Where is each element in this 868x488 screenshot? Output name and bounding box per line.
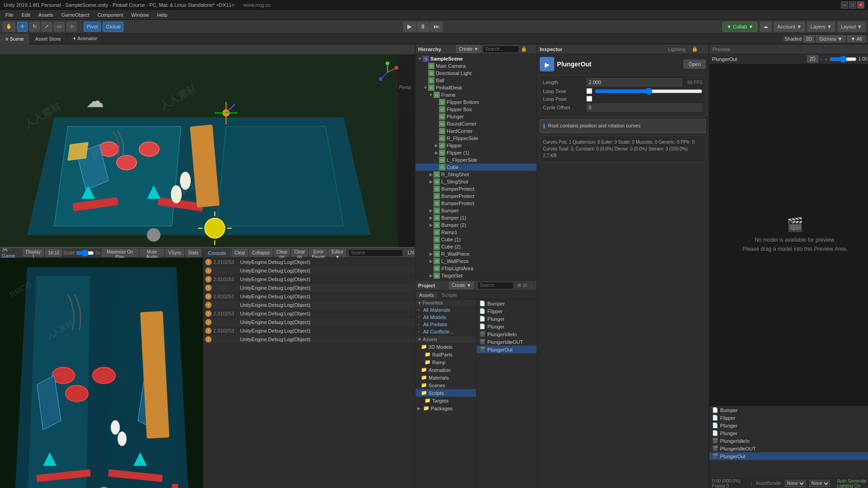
- project-icon-3[interactable]: ⋮: [529, 282, 534, 288]
- menu-edit[interactable]: Edit: [18, 11, 34, 19]
- project-tree-item[interactable]: 📁Animation: [415, 366, 476, 374]
- project-file-item[interactable]: 📄 Plunger: [476, 315, 537, 323]
- console-log-entry[interactable]: ! 2.010253 UnityEngine.Debug:Log(Object): [203, 292, 415, 301]
- console-log-entry[interactable]: ! UnityEngine.Debug:Log(Object): [203, 318, 415, 327]
- preview-file-item[interactable]: 📄 Bumper: [709, 406, 868, 414]
- console-tab-label[interactable]: Console: [205, 250, 229, 256]
- inspector-length-value[interactable]: 2.000: [586, 78, 682, 86]
- console-log-entry[interactable]: ! UnityEngine.Debug:Log(Object): [203, 335, 415, 344]
- account-button[interactable]: Account ▼: [774, 22, 805, 32]
- project-file-item[interactable]: 🎬 PlungerIdleOUT: [476, 338, 537, 346]
- hierarchy-item[interactable]: ▼ S SampleScene: [415, 55, 537, 62]
- hierarchy-item[interactable]: ▶ G R_SlingShot: [415, 171, 537, 178]
- tab-animator[interactable]: ✦ Animator: [67, 33, 103, 44]
- hierarchy-item[interactable]: ▶ G Flipper (1): [415, 149, 537, 156]
- project-tree-item[interactable]: 📁Ramp: [415, 358, 476, 366]
- project-icon-1[interactable]: ⊞: [517, 282, 521, 288]
- console-log[interactable]: ! 2.010253 UnityEngine.Debug:Log(Object)…: [203, 258, 415, 488]
- preview-zoom-icon-plus[interactable]: +: [825, 56, 827, 62]
- project-tree-item[interactable]: 📁3D Models: [415, 343, 476, 351]
- inspector-lock-icon[interactable]: 🔒: [692, 46, 698, 52]
- collapse-button[interactable]: Collapse: [250, 249, 273, 257]
- pause-button[interactable]: ⏸: [417, 22, 429, 32]
- hierarchy-item[interactable]: G Ramp1: [415, 229, 537, 236]
- project-tree-favorite[interactable]: ⋆All Models: [415, 314, 476, 321]
- mute-audio-button[interactable]: Mute Audio: [140, 249, 165, 257]
- game-view[interactable]: 🎮 Game Display 1 16:10 Scale 1x Maximize…: [0, 248, 203, 488]
- hierarchy-item[interactable]: G Plunger: [415, 113, 537, 120]
- project-tree-item[interactable]: 📁Targets: [415, 397, 476, 404]
- project-files[interactable]: 📄 Bumper 📄 Flipper 📄 Plunger 📄 Plunger 🎬…: [476, 300, 537, 488]
- project-file-item[interactable]: 📄 Flipper: [476, 307, 537, 315]
- project-tree-favorite[interactable]: ⋆All Conflicte...: [415, 328, 476, 335]
- clear-on-play-button[interactable]: Clear on Play: [274, 249, 290, 257]
- scene-view[interactable]: ☁ Persp: [0, 44, 415, 248]
- console-log-entry[interactable]: ! 2.010253 UnityEngine.Debug:Log(Object): [203, 275, 415, 284]
- preview-asset-label-select[interactable]: None: [809, 480, 830, 487]
- project-tree-item[interactable]: 📁RailParts: [415, 351, 476, 358]
- inspector-loop-pose-checkbox[interactable]: [586, 96, 592, 102]
- hierarchy-search-input[interactable]: [483, 46, 519, 53]
- close-button[interactable]: ✕: [857, 1, 864, 9]
- scale-tool-button[interactable]: ⤢: [42, 22, 52, 32]
- preview-file-item[interactable]: 📄 Flipper: [709, 414, 868, 422]
- all-button[interactable]: ▼ All: [847, 35, 865, 42]
- hierarchy-item[interactable]: ▶ G L_SlingShot: [415, 178, 537, 185]
- gizmos-button[interactable]: Gizmos ▼: [816, 35, 845, 42]
- hierarchy-item[interactable]: G Ball: [415, 77, 537, 84]
- project-assets-tab[interactable]: Assets: [415, 291, 438, 299]
- preview-2d-button[interactable]: 2D: [807, 55, 818, 63]
- tab-asset-store[interactable]: Asset Store: [30, 33, 67, 44]
- hierarchy-item[interactable]: G #TopLightArea: [415, 265, 537, 272]
- preview-zoom-slider[interactable]: [830, 56, 857, 62]
- hierarchy-item[interactable]: ▶ G Bumper (1): [415, 214, 537, 221]
- step-button[interactable]: ⏭: [430, 22, 443, 32]
- hierarchy-item[interactable]: ▼ G Frame: [415, 91, 537, 99]
- console-log-entry[interactable]: ! UnityEngine.Debug:Log(Object): [203, 301, 415, 310]
- maximize-button[interactable]: □: [849, 1, 856, 9]
- hierarchy-item[interactable]: G Flipper Bottom: [415, 99, 537, 106]
- rect-tool-button[interactable]: ▭: [54, 22, 65, 32]
- preview-file-item[interactable]: 📄 Plunger: [709, 422, 868, 429]
- hierarchy-item[interactable]: ▶ G L_WallPiece: [415, 258, 537, 265]
- inspector-loop-time-checkbox[interactable]: [586, 88, 592, 94]
- preview-file-item[interactable]: 🎬 PlungerIdleIn: [709, 437, 868, 445]
- hierarchy-item[interactable]: ▶ G R_WallPiece: [415, 250, 537, 258]
- hand-tool-button[interactable]: ✋: [3, 22, 15, 32]
- hierarchy-item[interactable]: G RoundCorner: [415, 120, 537, 127]
- global-button[interactable]: Global: [103, 22, 123, 32]
- layout-button[interactable]: Layout ▼: [838, 22, 865, 32]
- hierarchy-item[interactable]: G R_FlipperSide: [415, 135, 537, 142]
- menu-window[interactable]: Window: [127, 11, 152, 19]
- dimension-btn[interactable]: 2D: [803, 35, 814, 42]
- minimize-button[interactable]: —: [841, 1, 848, 9]
- hierarchy-item[interactable]: ▶ G TargetSet: [415, 272, 537, 279]
- stats-button[interactable]: Stats: [185, 249, 201, 257]
- clear-on-build-button[interactable]: Clear on Build: [291, 249, 308, 257]
- pivot-button[interactable]: Pivot: [84, 22, 101, 32]
- hierarchy-item[interactable]: G L_FlipperSide: [415, 156, 537, 164]
- hierarchy-item[interactable]: G Cube (1): [415, 236, 537, 243]
- inspector-cycle-offset-value[interactable]: 0: [586, 103, 703, 112]
- hierarchy-item[interactable]: G Main Camera: [415, 62, 537, 70]
- hierarchy-item[interactable]: ▼ G PinballDesk: [415, 84, 537, 91]
- error-pause-button[interactable]: Error Pause: [309, 249, 327, 257]
- editor-dropdown-button[interactable]: Editor ▼: [329, 249, 346, 257]
- hierarchy-create-button[interactable]: Create ▼: [456, 45, 481, 53]
- resolution-button[interactable]: 16:10: [45, 249, 62, 257]
- rotate-tool-button[interactable]: ↻: [29, 22, 40, 32]
- collab-button[interactable]: ▼ Collab ▼: [722, 22, 757, 32]
- console-log-entry[interactable]: ! 2.010253 UnityEngine.Debug:Log(Object): [203, 327, 415, 335]
- preview-file-list[interactable]: 📄 Bumper 📄 Flipper 📄 Plunger 📄 Plunger 🎬…: [709, 406, 868, 478]
- inspector-open-button[interactable]: Open: [684, 60, 706, 69]
- inspector-menu-icon[interactable]: ⋮: [701, 46, 706, 52]
- hierarchy-item[interactable]: G Flipper Box: [415, 106, 537, 113]
- project-icon-2[interactable]: ⊟: [523, 282, 527, 288]
- inspector-loop-time-slider[interactable]: [595, 89, 703, 94]
- preview-file-item[interactable]: 🎬 PlungerIdleOUT: [709, 445, 868, 452]
- hierarchy-item[interactable]: G BumperProtect: [415, 185, 537, 192]
- preview-area[interactable]: 🎬 No model is available for preview.Plea…: [709, 64, 868, 406]
- move-tool-button[interactable]: ✛: [17, 22, 28, 32]
- console-log-entry[interactable]: ! UnityEngine.Debug:Log(Object): [203, 267, 415, 275]
- project-file-item[interactable]: 📄 Bumper: [476, 300, 537, 307]
